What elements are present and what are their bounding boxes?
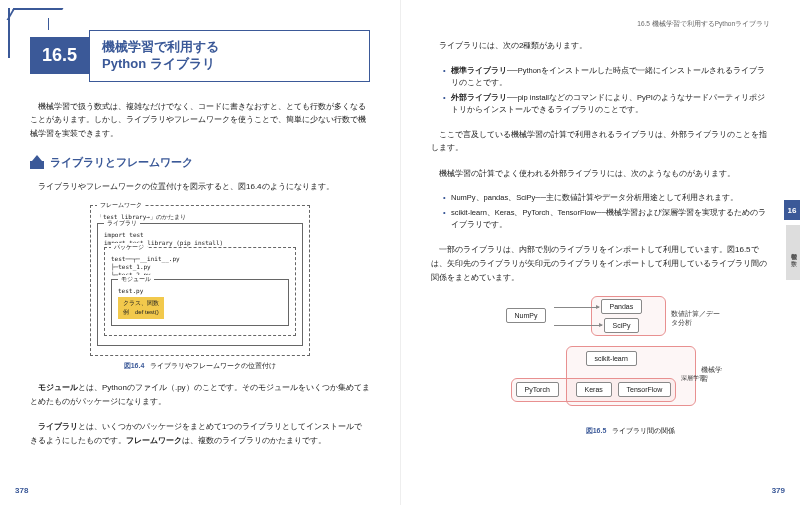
section-title: 機械学習で利用する Python ライブラリ <box>89 30 370 82</box>
box-pandas: Pandas <box>601 299 643 314</box>
framework-label: フレームワーク <box>97 201 145 210</box>
group-label: 数値計算／データ分析 <box>671 310 726 328</box>
figure-number: 図16.5 <box>586 427 607 434</box>
paragraph: ここで言及している機械学習の計算で利用されるライブラリは、外部ライブラリのことを… <box>431 128 770 155</box>
paragraph: 機械学習で扱う数式は、複雑なだけでなく、コードに書きなおすと、とても行数が多くな… <box>30 100 370 141</box>
section-title-line1: 機械学習で利用する <box>102 39 357 56</box>
code: test──┬─__init__.py <box>111 255 289 262</box>
left-page: 16.5 機械学習で利用する Python ライブラリ 機械学習で扱う数式は、複… <box>0 0 400 505</box>
figure-16-4: フレームワーク 「test_library→」のかたまり ライブラリ impor… <box>90 205 310 371</box>
class-example: 例 def test() <box>123 308 159 317</box>
crane-decoration <box>0 0 55 60</box>
bullet-list: 標準ライブラリ──Pythonをインストールした時点で一緒にインストールされるラ… <box>443 65 770 116</box>
figure-caption-text: ライブラリ間の関係 <box>612 427 675 434</box>
section-title-line2: Python ライブラリ <box>102 56 357 73</box>
group-label: 深層学習 <box>681 374 705 383</box>
list-item: 標準ライブラリ──Pythonをインストールした時点で一緒にインストールされるラ… <box>443 65 770 89</box>
figure-caption: 図16.4 ライブラリやフレームワークの位置付け <box>90 361 310 371</box>
subsection-heading: ライブラリとフレームワーク <box>30 155 370 170</box>
code: test.py <box>118 287 282 294</box>
module-label: モジュール <box>118 275 154 284</box>
text: は、複数のライブラリのかたまりです。 <box>182 436 326 445</box>
class-label: クラス、関数 <box>123 299 159 308</box>
paragraph: 機械学習の計算でよく使われる外部ライブラリには、次のようなものがあります。 <box>431 167 770 181</box>
term: ライブラリ <box>38 422 78 431</box>
list-item: scikit-learn、Keras、PyTorch、TensorFlow──機… <box>443 207 770 231</box>
bullet-lead: 標準ライブラリ <box>451 66 507 75</box>
box-sklearn: scikit-learn <box>586 351 637 366</box>
subsection-title: ライブラリとフレームワーク <box>50 155 193 170</box>
arrow-icon <box>554 325 602 326</box>
paragraph: ライブラリやフレームワークの位置付けを図示すると、図16.4のようになります。 <box>30 180 370 194</box>
figure-caption: 図16.5 ライブラリ間の関係 <box>491 426 770 436</box>
paragraph: ライブラリとは、いくつかのパッケージをまとめて1つのライブラリとしてインストール… <box>30 420 370 447</box>
paragraph: 一部のライブラリは、内部で別のライブラリをインポートして利用しています。図16.… <box>431 243 770 284</box>
figure-number: 図16.4 <box>124 362 145 369</box>
house-icon <box>30 155 44 169</box>
page-number: 379 <box>772 486 785 495</box>
paragraph: モジュールとは、Pythonのファイル（.py）のことです。そのモジュールをいく… <box>30 381 370 408</box>
box-tf: TensorFlow <box>618 382 672 397</box>
list-item: NumPy、pandas、SciPy──主に数値計算やデータ分析用途として利用さ… <box>443 192 770 204</box>
paragraph: ライブラリには、次の2種類があります。 <box>431 39 770 53</box>
chapter-tab: 16 <box>784 200 800 220</box>
text: とは、Pythonのファイル（.py）のことです。そのモジュールをいくつか集めて… <box>30 383 370 406</box>
running-header: 16.5 機械学習で利用するPythonライブラリ <box>431 20 770 29</box>
package-label: パッケージ <box>111 243 147 252</box>
right-page: 16.5 機械学習で利用するPythonライブラリ ライブラリには、次の2種類が… <box>400 0 800 505</box>
class-box: クラス、関数 例 def test() <box>118 297 164 319</box>
chapter-tab-label: 機械学習と数学 <box>786 225 800 280</box>
page-number: 378 <box>15 486 28 495</box>
code: import test <box>104 231 296 238</box>
library-label: ライブラリ <box>104 219 140 228</box>
term: フレームワーク <box>126 436 182 445</box>
arrow-icon <box>554 307 599 308</box>
code: ├─test_1.py <box>111 263 289 270</box>
box-numpy: NumPy <box>506 308 547 323</box>
figure-caption-text: ライブラリやフレームワークの位置付け <box>150 362 276 369</box>
term: モジュール <box>38 383 78 392</box>
box-pytorch: PyTorch <box>516 382 559 397</box>
section-header: 16.5 機械学習で利用する Python ライブラリ <box>30 30 370 82</box>
figure-16-5: NumPy Pandas SciPy scikit-learn Keras Py… <box>476 296 726 416</box>
bullet-list: NumPy、pandas、SciPy──主に数値計算やデータ分析用途として利用さ… <box>443 192 770 231</box>
bullet-lead: 外部ライブラリ <box>451 93 507 102</box>
box-keras: Keras <box>576 382 612 397</box>
list-item: 外部ライブラリ──pip installなどのコマンドにより、PyPIのようなサ… <box>443 92 770 116</box>
box-scipy: SciPy <box>604 318 640 333</box>
